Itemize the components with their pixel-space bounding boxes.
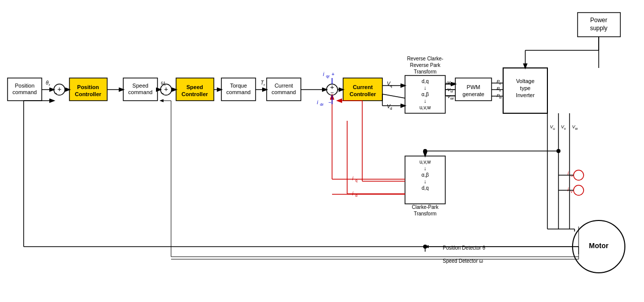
rt-label-uvw: u,v,w (420, 105, 431, 110)
power-supply-label2: supply (590, 25, 608, 32)
position-command-label: Position (15, 83, 34, 89)
motor-label: Motor (589, 242, 609, 250)
torque-command-label2: command (226, 89, 251, 95)
speed-command-label1: Speed (132, 83, 148, 89)
pwm-label1: PWM (467, 84, 480, 90)
position-controller-label1: Position (77, 84, 99, 90)
iv-label: i (568, 187, 569, 192)
sum1-plus: + (57, 85, 61, 93)
speed-command-label2: command (128, 89, 152, 95)
vvr-sub: vr (450, 90, 454, 93)
iqr-plus: + (332, 71, 335, 77)
cp-label-uvw: u,v,w (420, 159, 431, 165)
idr-label: i (317, 100, 318, 105)
pv-sub: v (499, 89, 501, 92)
vwr-sub: wr (450, 97, 454, 100)
current-command-label1: Current (275, 83, 293, 89)
vi-label3: Inverter (516, 92, 535, 98)
speed-controller-label2: Controller (182, 91, 208, 97)
omega-r-sub: r (165, 83, 166, 87)
idr-minus: − (329, 100, 332, 105)
idr-sub: dr (320, 102, 324, 107)
cp-title1: Clarke-Park (412, 204, 439, 210)
position-controller-label2: Controller (75, 91, 102, 97)
vd-sub: d (390, 106, 392, 111)
vi-label1: Voltage (516, 78, 535, 84)
wire-cc-to-rt-vd (382, 94, 405, 98)
pwm-label2: generate (462, 91, 484, 97)
rt-arrow2: ↓ (424, 98, 427, 104)
sum2-minus: − (161, 91, 164, 96)
cp-label-ab: α,β (422, 172, 429, 178)
current-controller-label2: Controller (350, 91, 376, 97)
rt-arrow1: ↓ (424, 85, 427, 91)
cp-arrow2: ↓ (424, 178, 427, 184)
vu-out-sub: u (553, 127, 555, 130)
power-supply-label1: Power (590, 17, 607, 24)
vw-out-sub: w (575, 127, 578, 130)
current-controller-label1: Current (353, 84, 373, 90)
current-command-label2: command (272, 89, 296, 95)
iq-label: i (352, 176, 354, 181)
vi-label2: type (520, 85, 531, 91)
current-sensor-iu (574, 170, 584, 180)
reverse-transform-title3: Transform (414, 69, 436, 74)
current-sensor-iv (574, 185, 584, 195)
block-diagram: Position command + − Position Controller… (0, 0, 644, 302)
iqr-sub: qr (326, 74, 330, 79)
iqr-label: i (323, 71, 325, 77)
sum1-minus: − (54, 91, 57, 96)
reverse-transform-title2: Reverse Park (410, 62, 441, 68)
rt-label-ab: α,β (422, 92, 429, 97)
theta-r-sub: r (49, 83, 50, 87)
rt-label-dq: d,q (422, 79, 429, 84)
cp-arrow1: ↓ (424, 165, 427, 171)
vv-out-sub: v (564, 127, 566, 130)
speed-controller-label1: Speed (186, 84, 203, 90)
cp-title2: Transform (414, 211, 436, 216)
tr-sub: r (264, 83, 265, 87)
position-detector-label: Position Detector θ (443, 245, 486, 251)
cp-label-dq: d,q (422, 185, 429, 191)
torque-command-label1: Torque (230, 83, 247, 89)
junction-dot-2 (556, 149, 560, 153)
reverse-transform-title1: Reverse Clarke- (407, 56, 443, 61)
position-command-label2: command (13, 89, 37, 95)
diagram: Position command + − Position Controller… (0, 0, 644, 302)
